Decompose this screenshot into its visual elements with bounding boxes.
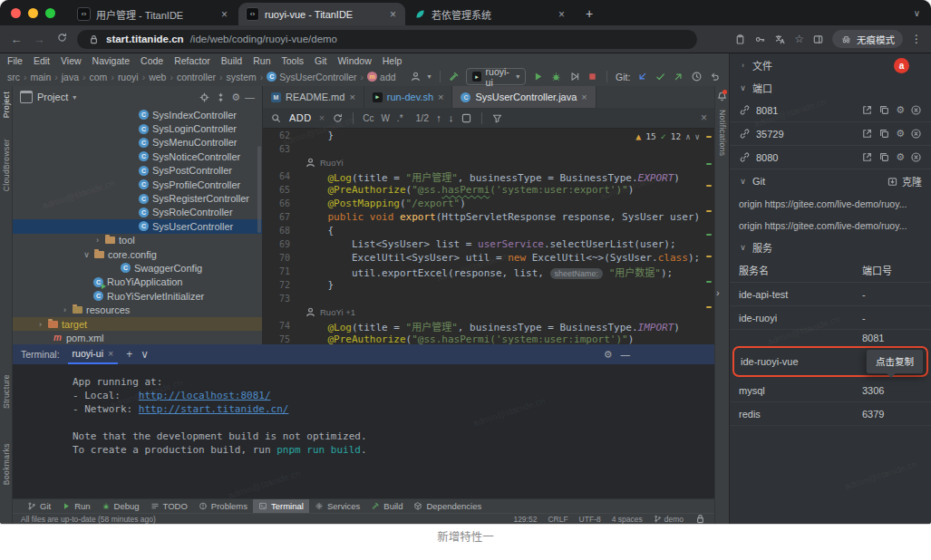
toolwindow-terminal[interactable]: Terminal [253,499,309,513]
next-problem-icon[interactable]: ∨ [695,132,700,141]
service-row[interactable]: 8081 [730,330,931,345]
breadcrumb-item[interactable]: madd [366,72,397,82]
maximize-window-button[interactable] [45,8,55,18]
tree-item-tool[interactable]: ›tool [13,234,262,247]
new-tab-button[interactable]: + [579,4,599,24]
inspections-widget[interactable]: ▲ 15 ✓ 12 ∧ ∨ [635,131,700,141]
coverage-button[interactable] [568,71,580,82]
minimize-window-button[interactable] [28,8,38,18]
toolwindow-run[interactable]: Run [56,499,95,513]
tree-item-syspostcontroller[interactable]: CSysPostController [13,164,262,178]
terminal-link[interactable]: http://start.titanide.cn/ [139,403,289,415]
back-icon[interactable]: ← [9,33,24,46]
stripe-item-structure[interactable]: Structure [2,374,11,409]
breadcrumb-item[interactable]: java [61,72,80,82]
project-caret-icon[interactable]: ▾ [73,93,76,101]
toolwindow-problems[interactable]: Problems [193,499,253,513]
tree-item-sysprofilecontroller[interactable]: CSysProfileController [13,178,262,191]
tree-item-target[interactable]: ›target [13,317,262,331]
find-in-selection-icon[interactable] [461,112,472,124]
find-search-icon[interactable] [270,112,282,124]
menu-edit[interactable]: Edit [28,55,55,66]
git-update-icon[interactable] [636,71,648,82]
caret-position[interactable]: 129:52 [513,515,537,524]
file-encoding[interactable]: UTF-8 [579,515,601,524]
service-row-ide-ruoyi-vue[interactable]: ide-ruoyi-vue点击复制 [732,346,928,377]
xcircle-icon[interactable] [910,128,922,140]
tree-chevron-icon[interactable]: ∨ [82,250,91,259]
indent-size[interactable]: 4 spaces [612,515,643,524]
tree-item-core-config[interactable]: ∨core.config [13,247,262,261]
clipboard-icon[interactable] [734,34,746,45]
breadcrumb-item[interactable]: com [89,72,109,82]
tree-chevron-icon[interactable]: › [36,320,44,329]
build-hammer-icon[interactable] [448,71,460,82]
browser-tab[interactable]: ‹›用户管理 - TitanIDE× [70,3,237,25]
new-terminal-button[interactable]: + [126,348,132,361]
port-settings-gear-icon[interactable]: ⚙ [896,152,905,162]
breadcrumb-item[interactable]: controller [176,72,217,82]
browser-tab[interactable]: 若依管理系统× [407,3,574,25]
code-author-hint[interactable]: RuoYi +1 [263,305,714,319]
service-row-ide-api-test[interactable]: ide-api-test- [730,283,931,306]
regex-toggle[interactable]: .* [397,113,403,123]
terminal-settings-gear-icon[interactable]: ⚙ [604,350,613,360]
breadcrumb-item[interactable]: CSysUserController [266,72,357,82]
menu-run[interactable]: Run [247,55,276,66]
close-window-button[interactable] [11,8,21,18]
external-icon[interactable] [861,128,873,140]
stop-button[interactable] [587,71,598,82]
menu-file[interactable]: File [2,55,28,66]
rollback-icon[interactable] [709,71,721,82]
tree-item-pom-xml[interactable]: mpom.xml [13,331,262,344]
git-commit-icon[interactable] [655,71,666,82]
locate-file-icon[interactable] [199,92,210,103]
terminal-link[interactable]: http://localhost:8081/ [139,390,271,401]
address-bar[interactable]: start.titanide.cn/ide/web/coding/ruoyi-v… [77,30,697,49]
history-clock-icon[interactable] [691,71,703,82]
breadcrumb-item[interactable]: main [30,72,53,82]
toolwindow-git[interactable]: Git [22,499,56,513]
avatar-badge[interactable]: a [894,58,909,73]
run-config-select[interactable]: ▸ ruoyi-ui ▾ [466,68,526,85]
editor-tab[interactable]: ▸run-dev.sh× [364,86,453,108]
ports-section-header[interactable]: ∨ 端口 [730,77,931,99]
breadcrumb-item[interactable]: ruoyi [117,72,140,82]
find-filter-icon[interactable] [491,112,503,124]
close-editor-tab-icon[interactable]: × [581,92,587,102]
tree-item-sysrolecontroller[interactable]: CSysRoleController [13,206,262,219]
toolwindow-dependencies[interactable]: Dependencies [408,499,487,513]
menu-code[interactable]: Code [135,55,169,66]
run-button[interactable] [532,71,544,82]
close-editor-tab-icon[interactable]: × [349,92,354,102]
project-panel-title[interactable]: Project [37,92,68,102]
close-find-icon[interactable]: × [701,111,707,124]
copy-icon[interactable] [878,128,890,140]
breadcrumb-item[interactable]: web [148,72,167,82]
translate-icon[interactable] [774,34,786,45]
terminal-tab[interactable]: ruoyi-ui × [68,344,119,364]
prev-problem-icon[interactable]: ∧ [685,132,690,141]
tree-chevron-icon[interactable]: › [93,236,102,245]
tree-item-sysregistercontroller[interactable]: CSysRegisterController [13,191,262,205]
xcircle-icon[interactable] [910,151,922,163]
words-toggle[interactable]: W [381,113,389,123]
next-match-icon[interactable]: ↓ [449,112,454,123]
git-remote-url[interactable]: origin https://gitee.com/live-demo/ruoy.… [730,215,931,237]
git-remote-url[interactable]: origin https://gitee.com/live-demo/ruoy.… [730,193,931,215]
forward-icon[interactable]: → [32,33,46,46]
services-section-header[interactable]: ∨ 服务 [730,237,931,258]
xcircle-icon[interactable] [910,104,922,116]
panel-collapse-handle-icon[interactable]: › [716,287,720,298]
menu-build[interactable]: Build [216,55,247,66]
menu-window[interactable]: Window [332,55,376,66]
port-settings-gear-icon[interactable]: ⚙ [896,105,905,115]
match-case-toggle[interactable]: Cc [363,113,373,123]
tree-item-syslogincontroller[interactable]: CSysLoginController [13,121,262,135]
tree-item-sysmenucontroller[interactable]: CSysMenuController [13,136,262,150]
tree-item-sysindexcontroller[interactable]: CSysIndexController [13,108,262,121]
menu-view[interactable]: View [55,55,87,66]
browser-menu-kebab-icon[interactable]: ⋮ [911,33,922,45]
close-tab-icon[interactable]: × [388,8,398,21]
toolwindow-todo[interactable]: TODO [145,499,193,513]
